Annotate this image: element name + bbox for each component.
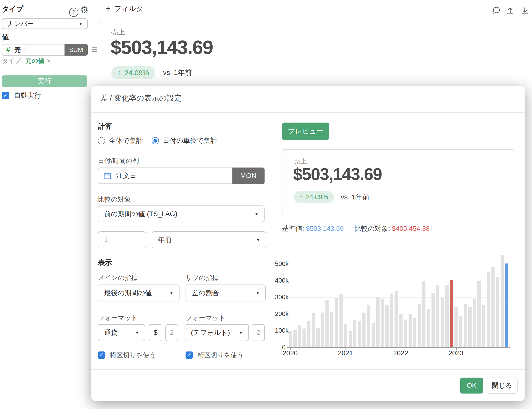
chart-bar xyxy=(432,293,435,347)
chart-bar xyxy=(450,280,453,347)
date-unit-button[interactable]: MON xyxy=(232,167,265,184)
kpi-delta-value: 24.09% xyxy=(124,69,149,77)
date-column-select[interactable]: 注文日 xyxy=(98,167,232,184)
ok-button[interactable]: OK xyxy=(460,378,483,393)
radio-date-label: 日付の単位で集計 xyxy=(163,136,217,145)
main-metric-select[interactable]: 最後の期間の値 ▼ xyxy=(98,285,180,301)
calc-radio-group: 全体で集計 日付の単位で集計 xyxy=(98,136,217,145)
compare-target-label: 比較の対象 xyxy=(98,195,131,204)
format-main-value: 通貨 xyxy=(104,328,118,337)
auto-run-checkbox[interactable]: ✓ xyxy=(2,92,9,99)
chart-bar xyxy=(358,321,361,347)
chart-bar xyxy=(408,314,412,347)
main-separator-checkbox[interactable]: ✓ xyxy=(98,352,105,359)
value-field-row: # 売上 SUM xyxy=(2,44,88,56)
currency-symbol-input[interactable]: $ xyxy=(149,324,162,341)
radio-total-label: 全体で集計 xyxy=(109,136,143,145)
lag-unit-select[interactable]: 年前 ▼ xyxy=(152,231,266,248)
chart-bar xyxy=(289,331,292,347)
upload-icon[interactable] xyxy=(505,6,515,17)
lag-amount-input[interactable]: 1 xyxy=(98,231,146,248)
chart-bar xyxy=(353,320,357,347)
format-sub-select[interactable]: (デフォルト) ▼ xyxy=(185,324,249,341)
compare-pair: 比較の対象: $405,454.38 xyxy=(354,224,430,233)
x-axis-tick-label: 2020 xyxy=(283,349,298,357)
value-field[interactable]: # 売上 xyxy=(2,44,64,56)
date-column-label: 日付/時間の列 xyxy=(98,156,139,165)
type-select[interactable]: ナンバー ▼ xyxy=(2,18,88,29)
kpi-vs-text: vs. 1年前 xyxy=(163,68,192,78)
chart-bar xyxy=(367,305,370,347)
preview-delta-badge: ↑ 24.09% xyxy=(294,191,334,203)
value-section-label: 値 xyxy=(2,32,9,42)
chart-bar xyxy=(312,313,315,347)
date-column-row: 注文日 MON xyxy=(98,167,265,184)
radio-on-icon xyxy=(152,137,159,144)
close-button[interactable]: 閉じる xyxy=(487,378,517,393)
diff-settings-dialog: 差 / 変化率の表示の設定 計算 全体で集計 日付の単位で集計 日付/時間の列 … xyxy=(91,86,525,401)
gridline xyxy=(287,331,510,331)
base-compare-row: 基準値: $503,143.69 比較の対象: $405,454.38 xyxy=(282,224,430,233)
dialog-title: 差 / 変化率の表示の設定 xyxy=(100,93,182,103)
preview-delta-row: ↑ 24.09% vs. 1年前 xyxy=(294,191,370,203)
chart-bar xyxy=(372,323,375,347)
gear-icon[interactable]: ⚙ xyxy=(80,5,89,15)
display-heading: 表示 xyxy=(98,258,112,268)
aggregation-button[interactable]: SUM xyxy=(64,44,88,56)
run-button[interactable]: 実行 xyxy=(2,75,87,87)
gridline xyxy=(287,314,510,314)
comment-icon[interactable] xyxy=(492,6,501,17)
auto-run-label: 自動実行 xyxy=(14,91,41,100)
chart-bar xyxy=(335,298,338,347)
chart-bar xyxy=(316,328,320,347)
chart-bar xyxy=(413,318,416,347)
footer-divider xyxy=(91,369,525,370)
chart-bar xyxy=(362,313,366,347)
chart-bar xyxy=(464,304,467,347)
compare-target-select[interactable]: 前の期間の値 (TS_LAG) ▼ xyxy=(98,205,265,222)
sub-digits-input[interactable]: 2 xyxy=(252,324,265,341)
main-metric-value: 最後の期間の値 xyxy=(104,288,152,297)
chart-bar xyxy=(422,281,426,347)
y-axis-tick-label: 200k xyxy=(275,310,286,318)
auto-run-row: ✓ 自動実行 xyxy=(2,91,41,100)
preview-button[interactable]: プレビュー xyxy=(282,122,329,140)
add-filter-button[interactable]: + フィルタ xyxy=(106,4,143,14)
radio-aggregate-total[interactable]: 全体で集計 xyxy=(98,136,143,145)
hamburger-menu-icon[interactable]: ≡ xyxy=(91,45,97,55)
main-digits-value: 2 xyxy=(170,329,174,336)
chart-bar xyxy=(505,263,509,347)
main-separator-label: 桁区切りを使う xyxy=(110,351,156,359)
chevron-down-icon: ▼ xyxy=(255,212,258,216)
date-column-value: 注文日 xyxy=(116,171,136,180)
help-icon[interactable]: ? xyxy=(69,8,78,17)
preview-vs-text: vs. 1年前 xyxy=(341,192,370,202)
main-metric-label: メインの指標 xyxy=(98,273,138,282)
preview-bar-chart: 0100k200k300k400k500k2020202120222023 xyxy=(275,250,516,359)
chart-bar xyxy=(404,320,407,347)
sub-metric-select[interactable]: 差の割合 ▼ xyxy=(186,285,266,301)
chevron-down-icon: ▼ xyxy=(256,238,260,242)
format-main-select[interactable]: 通貨 ▼ xyxy=(98,324,145,341)
chart-bar xyxy=(418,304,421,347)
arrow-up-icon: ↑ xyxy=(117,69,121,77)
preview-card: 売上 $503,143.69 ↑ 24.09% vs. 1年前 xyxy=(282,149,514,216)
chart-bar xyxy=(496,277,499,347)
value-type-link[interactable]: 元の値 xyxy=(25,56,45,65)
lag-unit-value: 年前 xyxy=(158,235,171,244)
chart-bar xyxy=(478,281,481,347)
chart-bar xyxy=(427,309,430,347)
main-digits-input[interactable]: 2 xyxy=(165,324,178,341)
chart-bar xyxy=(459,316,462,347)
remove-value-type-icon[interactable]: × xyxy=(47,57,51,65)
chart-bar xyxy=(339,294,343,347)
radio-aggregate-by-date[interactable]: 日付の単位で集計 xyxy=(152,136,217,145)
chart-bar xyxy=(307,321,310,347)
download-icon[interactable] xyxy=(520,6,530,17)
sub-separator-checkbox[interactable]: ✓ xyxy=(186,352,193,359)
gridline xyxy=(287,264,510,264)
y-axis-tick-label: 100k xyxy=(275,327,286,334)
compare-target-value: 前の期間の値 (TS_LAG) xyxy=(104,209,177,219)
y-axis-tick-label: 400k xyxy=(275,277,286,284)
y-axis-tick-label: 500k xyxy=(275,260,286,268)
